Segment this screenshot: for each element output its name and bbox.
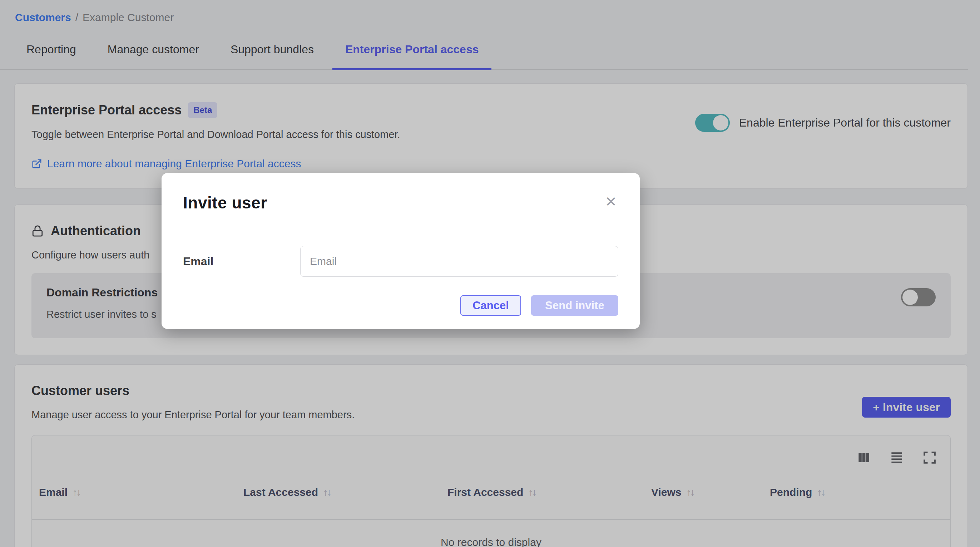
close-icon[interactable]: ✕ bbox=[603, 193, 618, 210]
send-invite-button[interactable]: Send invite bbox=[531, 295, 618, 316]
email-field[interactable] bbox=[300, 246, 618, 277]
page: Customers / Example Customer Reporting M… bbox=[0, 0, 980, 547]
email-label: Email bbox=[183, 255, 300, 268]
invite-user-modal: Invite user ✕ Email Cancel Send invite bbox=[162, 173, 640, 329]
cancel-button[interactable]: Cancel bbox=[460, 295, 521, 316]
modal-title: Invite user bbox=[183, 193, 267, 212]
